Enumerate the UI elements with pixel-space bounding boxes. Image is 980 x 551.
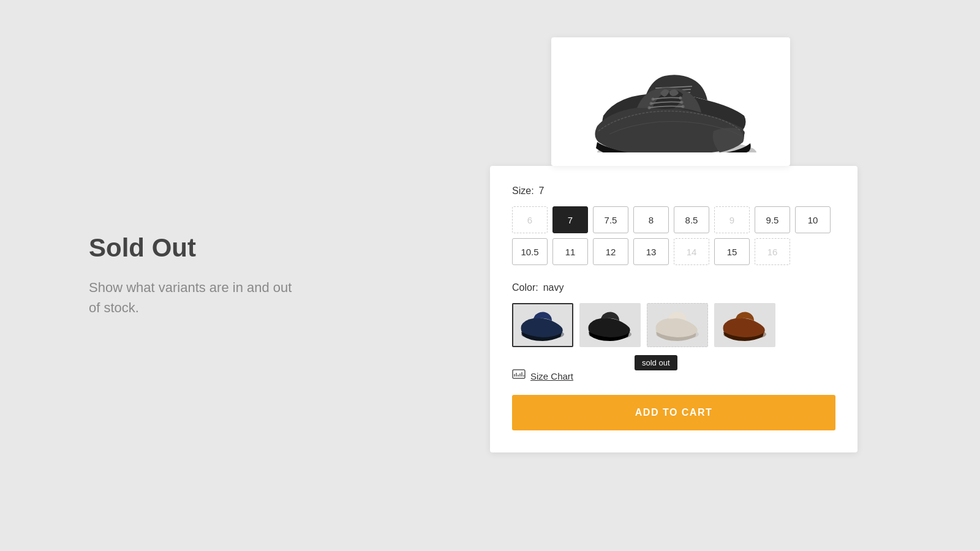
color-swatch-brown[interactable] bbox=[714, 303, 775, 347]
size-btn-13[interactable]: 13 bbox=[633, 238, 669, 265]
right-panel: Size: 7 6 7 7.5 8 8.5 9 9.5 10 10.5 11 1… bbox=[368, 99, 980, 452]
product-image bbox=[573, 51, 769, 152]
size-btn-16[interactable]: 16 bbox=[755, 238, 790, 265]
size-btn-11[interactable]: 11 bbox=[552, 238, 588, 265]
size-btn-6[interactable]: 6 bbox=[512, 206, 548, 233]
size-chart-icon bbox=[512, 369, 526, 383]
size-btn-8[interactable]: 8 bbox=[633, 206, 669, 233]
product-options-card: Size: 7 6 7 7.5 8 8.5 9 9.5 10 10.5 11 1… bbox=[490, 166, 858, 452]
size-btn-15[interactable]: 15 bbox=[714, 238, 750, 265]
size-chart-link[interactable]: Size Chart bbox=[530, 371, 573, 381]
color-label: Color: bbox=[512, 282, 538, 293]
colors-row bbox=[512, 303, 835, 347]
add-to-cart-button[interactable]: ADD TO CART bbox=[512, 395, 835, 430]
size-btn-75[interactable]: 7.5 bbox=[593, 206, 628, 233]
left-panel: Sold Out Show what variants are in and o… bbox=[0, 233, 368, 318]
page-description: Show what variants are in and out of sto… bbox=[89, 277, 297, 318]
color-selector-header: Color: navy bbox=[512, 282, 835, 293]
size-label: Size: bbox=[512, 186, 534, 197]
size-btn-12[interactable]: 12 bbox=[593, 238, 628, 265]
size-btn-14[interactable]: 14 bbox=[674, 238, 709, 265]
size-btn-105[interactable]: 10.5 bbox=[512, 238, 548, 265]
page-title: Sold Out bbox=[89, 233, 368, 263]
selected-size: 7 bbox=[539, 186, 545, 197]
size-btn-9[interactable]: 9 bbox=[714, 206, 750, 233]
size-btn-95[interactable]: 9.5 bbox=[755, 206, 790, 233]
product-container: Size: 7 6 7 7.5 8 8.5 9 9.5 10 10.5 11 1… bbox=[490, 99, 858, 452]
sold-out-tooltip: sold out bbox=[635, 355, 677, 370]
sizes-grid: 6 7 7.5 8 8.5 9 9.5 10 10.5 11 12 13 14 … bbox=[512, 206, 835, 265]
size-selector-header: Size: 7 bbox=[512, 186, 835, 197]
colors-wrapper: sold out bbox=[512, 303, 835, 347]
size-btn-85[interactable]: 8.5 bbox=[674, 206, 709, 233]
size-btn-7[interactable]: 7 bbox=[552, 206, 588, 233]
size-btn-10[interactable]: 10 bbox=[795, 206, 831, 233]
product-image-card bbox=[551, 37, 790, 166]
color-swatch-white[interactable] bbox=[647, 303, 708, 347]
size-chart-row: Size Chart bbox=[512, 369, 835, 383]
color-swatch-black[interactable] bbox=[579, 303, 641, 347]
color-swatch-navy[interactable] bbox=[512, 303, 573, 347]
selected-color: navy bbox=[543, 282, 564, 293]
